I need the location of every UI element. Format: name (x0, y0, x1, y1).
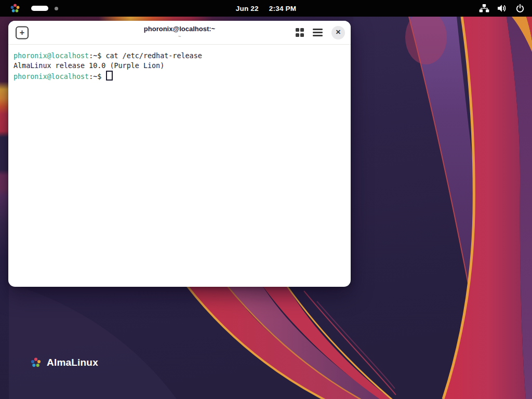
almalinux-logo-icon (30, 356, 42, 369)
terminal-window: + phoronix@localhost:~ ~ ✕ phoronix@loca… (8, 21, 351, 287)
close-icon: ✕ (336, 29, 341, 36)
distro-logo-icon[interactable] (9, 3, 21, 14)
clock-date: Jun 22 (236, 5, 259, 12)
prompt-user-host: phoronix@localhost (14, 73, 89, 81)
new-tab-button[interactable]: + (16, 26, 29, 39)
terminal-cursor (106, 71, 113, 81)
top-bar: Jun 22 2:34 PM (0, 0, 532, 17)
workspace-indicator-active[interactable] (31, 6, 48, 11)
clock-time: 2:34 PM (269, 5, 296, 12)
window-subtitle: ~ (178, 34, 181, 40)
tab-overview-button[interactable] (296, 28, 304, 37)
terminal-line: phoronix@localhost:~$ cat /etc/redhat-re… (14, 51, 345, 61)
close-button[interactable]: ✕ (331, 26, 345, 39)
terminal-content[interactable]: phoronix@localhost:~$ cat /etc/redhat-re… (8, 45, 351, 287)
window-title: phoronix@localhost:~ (144, 25, 215, 33)
system-tray (479, 4, 532, 13)
plus-icon: + (20, 29, 24, 37)
power-icon[interactable] (515, 4, 525, 13)
prompt-user-host: phoronix@localhost (14, 52, 89, 60)
terminal-line: AlmaLinux release 10.0 (Purple Lion) (14, 61, 345, 71)
prompt-suffix: :~$ (89, 52, 105, 60)
terminal-line: phoronix@localhost:~$ (14, 71, 345, 82)
brand-wordmark: AlmaLinux (47, 357, 98, 368)
command-output: AlmaLinux release 10.0 (Purple Lion) (14, 62, 164, 70)
terminal-titlebar[interactable]: + phoronix@localhost:~ ~ ✕ (8, 21, 351, 45)
workspace-indicator-dot[interactable] (55, 7, 58, 10)
menu-button[interactable] (313, 29, 323, 36)
volume-icon[interactable] (497, 4, 508, 12)
network-wired-icon[interactable] (479, 4, 489, 13)
wallpaper-brand: AlmaLinux (30, 356, 98, 369)
prompt-suffix: :~$ (89, 73, 105, 81)
command-text: cat /etc/redhat-release (105, 52, 202, 60)
clock[interactable]: Jun 22 2:34 PM (0, 0, 532, 17)
desktop: Jun 22 2:34 PM (0, 0, 532, 399)
